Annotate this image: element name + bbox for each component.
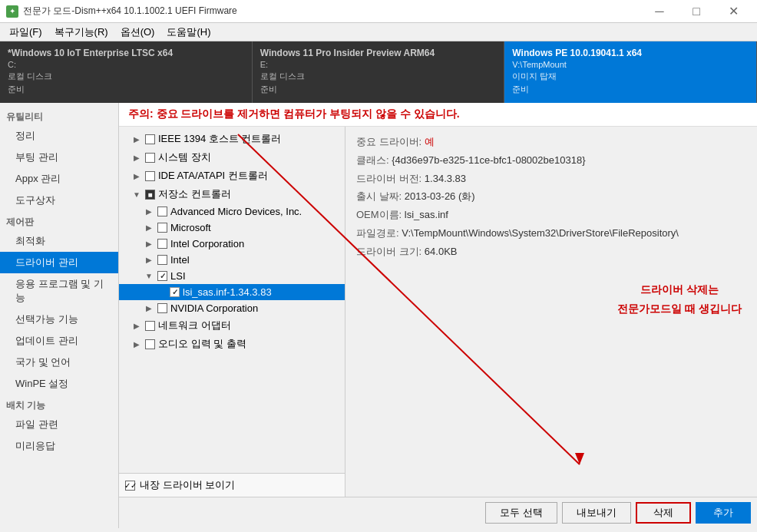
tree-label-storage: 저장소 컨트롤러: [158, 187, 231, 201]
info-row-path: 파일경로: V:\TempMount\Windows\System32\Driv…: [356, 226, 746, 242]
info-value-version: 1.34.3.83: [425, 173, 466, 184]
tree-item-storage[interactable]: ▼ ■ 저장소 컨트롤러: [119, 185, 345, 203]
sidebar-item-files[interactable]: 파일 관련: [0, 414, 118, 435]
tree-toggle-system[interactable]: ▶: [131, 152, 142, 163]
tab-winpe-line2: 이미지 탑재: [512, 71, 749, 82]
tree-item-audio[interactable]: ▶ 오디오 입력 및 출력: [119, 335, 345, 353]
delete-button[interactable]: 삭제: [636, 502, 691, 524]
tree-toggle-intel[interactable]: ▶: [144, 255, 154, 266]
tree-checkbox-ieee1394[interactable]: [145, 134, 155, 144]
tree-label-lsi-file: lsi_sas.inf-1.34.3.83: [183, 286, 272, 298]
info-label-date: 출시 날짜:: [356, 190, 405, 202]
info-label-class: 클래스:: [356, 154, 392, 166]
tree-item-microsoft[interactable]: ▶ Microsoft: [119, 220, 345, 236]
info-value-oem: lsi_sas.inf: [405, 209, 448, 220]
tree-checkbox-system[interactable]: [145, 153, 155, 163]
select-all-button[interactable]: 모두 선택: [485, 502, 557, 524]
tree-checkbox-lsi[interactable]: ✓: [157, 271, 167, 281]
minimize-button[interactable]: ─: [642, 0, 677, 23]
sidebar-item-tools[interactable]: 도구상자: [0, 190, 118, 211]
tree-checkbox-storage[interactable]: ■: [145, 190, 155, 200]
tree-label-intel-corp: Intel Corporation: [170, 238, 244, 249]
tree-toggle-lsi[interactable]: ▼: [144, 271, 154, 282]
sidebar-item-drivermgr[interactable]: 드라이버 관리: [0, 252, 118, 273]
tree-item-network[interactable]: ▶ 네트워크 어댑터: [119, 316, 345, 335]
sidebar-item-locale[interactable]: 국가 및 언어: [0, 352, 118, 373]
tree-label-network: 네트워크 어댑터: [158, 319, 231, 332]
menu-recovery[interactable]: 복구기능(R): [48, 23, 114, 41]
close-button[interactable]: ✕: [716, 0, 751, 23]
menu-file[interactable]: 파일(F): [3, 23, 48, 41]
add-button[interactable]: 추가: [696, 502, 751, 524]
tree-checkbox-network[interactable]: [145, 321, 155, 331]
tree-toggle-microsoft[interactable]: ▶: [144, 223, 154, 233]
tab-win10-line1: C:: [8, 60, 244, 69]
sidebar-section-controlpanel: 제어판: [0, 211, 118, 230]
tree-item-intel[interactable]: ▶ Intel: [119, 252, 345, 268]
info-label-path: 파일경로:: [356, 227, 402, 239]
maximize-button[interactable]: □: [679, 0, 714, 23]
tree-footer-checkbox[interactable]: ✓: [125, 481, 135, 491]
tree-toggle-intel-corp[interactable]: ▶: [144, 239, 154, 249]
tree-label-ide: IDE ATA/ATAPI 컨트롤러: [158, 169, 268, 183]
export-button[interactable]: 내보내기: [562, 502, 631, 524]
tab-win11-title: Windows 11 Pro Insider Preview ARM64: [260, 48, 497, 58]
menu-help[interactable]: 도움말(H): [160, 23, 217, 41]
menu-options[interactable]: 옵션(O): [114, 23, 161, 41]
tree-item-ide[interactable]: ▶ IDE ATA/ATAPI 컨트롤러: [119, 167, 345, 185]
tree-checkbox-audio[interactable]: [145, 339, 155, 349]
sidebar-item-cleanup[interactable]: 정리: [0, 125, 118, 147]
tab-winpe-title: Windows PE 10.0.19041.1 x64: [512, 48, 749, 58]
sidebar-item-appx[interactable]: Appx 관리: [0, 168, 118, 190]
tree-toggle-storage[interactable]: ▼: [131, 189, 142, 200]
tree-label-nvidia: NVIDIA Corporation: [170, 302, 258, 314]
tree-item-ieee1394[interactable]: ▶ IEEE 1394 호스트 컨트롤러: [119, 130, 345, 148]
tree-checkbox-lsi-file[interactable]: ✓: [170, 287, 180, 297]
tree-item-lsi-file[interactable]: ✓ lsi_sas.inf-1.34.3.83: [119, 284, 345, 300]
title-bar-text: 전문가 모드-Dism++x64 10.1.1002.1 UEFI Firmwa…: [23, 5, 237, 18]
sidebar-item-unattend[interactable]: 미리응답: [0, 435, 118, 457]
tree-item-nvidia[interactable]: ▶ NVIDIA Corporation: [119, 300, 345, 316]
tab-win11[interactable]: Windows 11 Pro Insider Preview ARM64 E: …: [253, 41, 505, 103]
sidebar-item-optimize[interactable]: 최적화: [0, 230, 118, 252]
tree-content: ▶ IEEE 1394 호스트 컨트롤러 ▶ 시스템 장치: [119, 127, 345, 473]
tree-item-lsi[interactable]: ▼ ✓ LSI: [119, 268, 345, 284]
tree-checkbox-microsoft[interactable]: [157, 223, 167, 233]
warning-bar: 주의: 중요 드라이브를 제거하면 컴퓨터가 부팅되지 않을 수 있습니다.: [119, 103, 757, 127]
info-value-critical: 예: [425, 136, 435, 147]
info-row-class: 클래스: {4d36e97b-e325-11ce-bfc1-08002be103…: [356, 153, 746, 169]
sidebar-item-features[interactable]: 선택가능 기능: [0, 309, 118, 330]
tab-win10[interactable]: *Windows 10 IoT Enterprise LTSC x64 C: 로…: [0, 41, 253, 103]
info-row-size: 드라이버 크기: 64.0KB: [356, 244, 746, 260]
tree-toggle-ide[interactable]: ▶: [131, 170, 142, 181]
tree-toggle-nvidia[interactable]: ▶: [144, 303, 154, 314]
sidebar-item-bootmanager[interactable]: 부팅 관리: [0, 147, 118, 168]
tree-toggle-lsi-file-spacer: [156, 287, 167, 298]
tree-toggle-network[interactable]: ▶: [131, 320, 142, 331]
tree-toggle-ieee1394[interactable]: ▶: [131, 134, 142, 144]
tree-checkbox-nvidia[interactable]: [157, 303, 167, 313]
tab-bar: *Windows 10 IoT Enterprise LTSC x64 C: 로…: [0, 41, 757, 103]
tree-checkbox-intel[interactable]: [157, 255, 167, 265]
tree-checkbox-amd[interactable]: [157, 207, 167, 216]
sidebar-item-updates[interactable]: 업데이트 관리: [0, 330, 118, 352]
tab-winpe[interactable]: Windows PE 10.0.19041.1 x64 V:\TempMount…: [504, 41, 757, 103]
tree-toggle-amd[interactable]: ▶: [144, 207, 154, 217]
tree-item-intel-corp[interactable]: ▶ Intel Corporation: [119, 236, 345, 252]
sidebar-item-winpe[interactable]: WinPE 설정: [0, 373, 118, 395]
tree-toggle-audio[interactable]: ▶: [131, 339, 142, 349]
info-value-path: V:\TempMount\Windows\System32\DriverStor…: [402, 227, 679, 239]
sidebar-item-apps[interactable]: 응용 프로그램 및 기능: [0, 273, 118, 309]
tree-checkbox-ide[interactable]: [145, 171, 155, 181]
app-icon: ✦: [6, 5, 18, 18]
tree-label-ieee1394: IEEE 1394 호스트 컨트롤러: [158, 132, 281, 146]
tree-checkbox-intel-corp[interactable]: [157, 239, 167, 249]
tree-item-system[interactable]: ▶ 시스템 장치: [119, 148, 345, 167]
info-row-date: 출시 날짜: 2013-03-26 (화): [356, 189, 746, 205]
info-value-date: 2013-03-26 (화): [405, 190, 475, 202]
info-row-critical: 중요 드라이버: 예: [356, 134, 746, 150]
tree-item-amd[interactable]: ▶ Advanced Micro Devices, Inc.: [119, 203, 345, 220]
tree-label-system: 시스템 장치: [158, 150, 211, 164]
info-label-oem: OEM이름:: [356, 209, 405, 220]
menu-bar: 파일(F) 복구기능(R) 옵션(O) 도움말(H): [0, 23, 757, 41]
